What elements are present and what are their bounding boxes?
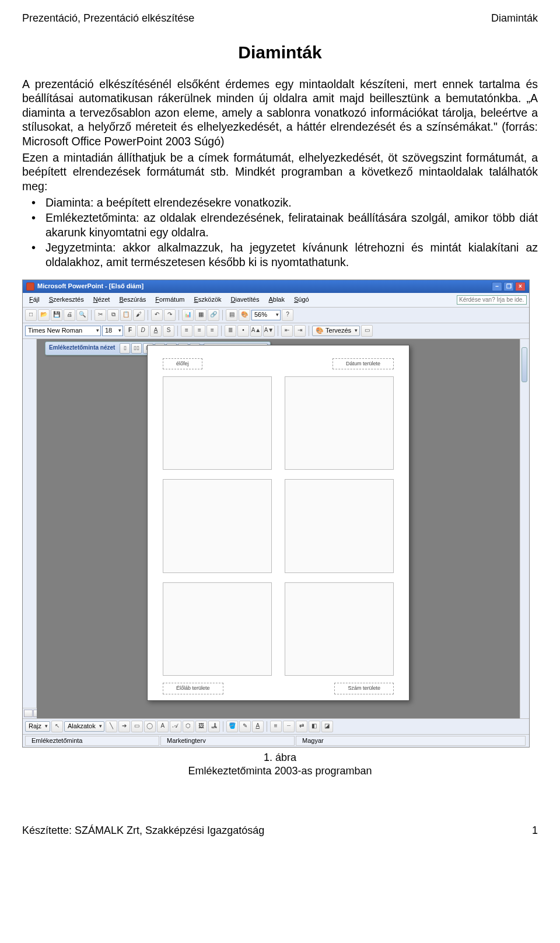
increase-indent-icon[interactable]: ⇥ [294,325,306,337]
dash-style-icon[interactable]: ┄ [283,721,295,732]
hyperlink-icon[interactable]: 🔗 [208,309,219,321]
menu-window[interactable]: Ablak [264,295,289,305]
layout-1-icon[interactable]: ▯ [120,343,130,354]
chart-icon[interactable]: 📊 [182,309,194,321]
line-icon[interactable]: ╲ [106,721,117,732]
separator [221,326,222,336]
decrease-font-icon[interactable]: A▼ [263,325,275,337]
align-right-icon[interactable]: ≡ [206,325,218,337]
list-item: Diaminta: a beépített elrendezésekre von… [22,195,538,209]
date-placeholder[interactable]: Dátum területe [332,358,394,369]
separator [91,310,92,320]
preview-icon[interactable]: 🔍 [76,309,88,321]
numbering-icon[interactable]: ≣ [225,325,236,337]
print-icon[interactable]: 🖨 [64,309,75,321]
font-size-combo[interactable]: 18 [102,326,123,336]
minimize-button[interactable]: – [492,282,502,291]
diagram-icon[interactable]: ⬡ [183,721,194,732]
slide-thumb [285,582,394,676]
table-icon[interactable]: ▦ [195,309,206,321]
new-slide-icon[interactable]: ▭ [361,325,373,337]
shadow-icon[interactable]: S [163,325,174,337]
separator [278,326,278,336]
rectangle-icon[interactable]: ▭ [131,721,143,732]
figure-caption-text: Emlékeztetőminta 2003-as programban [188,765,372,777]
zoom-combo[interactable]: 56% [251,310,281,320]
align-center-icon[interactable]: ≡ [194,325,205,337]
increase-font-icon[interactable]: A▲ [250,325,262,337]
save-icon[interactable]: 💾 [51,309,62,321]
handout-master-page[interactable]: élőfej Dátum területe Élőláb területe Sz… [147,345,410,701]
doc-header-left: Prezentáció, Prezentáció elkészítése [22,12,194,25]
color-icon[interactable]: 🎨 [239,309,250,321]
menu-help[interactable]: Súgó [290,295,313,305]
line-style-icon[interactable]: ≡ [270,721,282,732]
menu-file[interactable]: Fájl [25,295,44,305]
design-button[interactable]: 🎨 Tervezés [312,326,360,336]
italic-icon[interactable]: D [137,325,149,337]
scrollbar-thumb[interactable] [522,347,527,382]
select-icon[interactable]: ↖ [51,721,63,732]
paragraph-1: A prezentáció elkészítésénél elsőként ér… [22,77,538,148]
vertical-scrollbar[interactable] [520,339,529,718]
bold-icon[interactable]: F [124,325,136,337]
doc-footer: Készítette: SZÁMALK Zrt, Szakképzési Iga… [22,824,538,837]
design-icon: 🎨 [316,327,324,335]
page-title: Diaminták [22,41,538,64]
font-name-combo[interactable]: Times New Roman [25,326,101,336]
number-placeholder[interactable]: Szám területe [334,683,394,694]
standard-toolbar: □ 📂 💾 🖨 🔍 ✂ ⧉ 📋 🖌 ↶ ↷ 📊 ▦ 🔗 ▤ 🎨 56% ? [23,308,529,323]
show-grid-icon[interactable]: ▤ [226,309,237,321]
new-icon[interactable]: □ [25,309,37,321]
window-title: Microsoft PowerPoint - [Első diám] [37,282,144,291]
autoshapes-menu[interactable]: Alakzatok [64,721,104,732]
draw-menu[interactable]: Rajz [25,721,50,732]
font-color-icon[interactable]: A [252,721,264,732]
maximize-button[interactable]: ❐ [503,282,514,291]
textbox-icon[interactable]: A [157,721,169,732]
oval-icon[interactable]: ◯ [144,721,156,732]
align-left-icon[interactable]: ≡ [181,325,192,337]
wordart-icon[interactable]: 𝒜 [170,721,181,732]
menu-format[interactable]: Formátum [151,295,188,305]
fill-color-icon[interactable]: 🪣 [226,721,238,732]
format-painter-icon[interactable]: 🖌 [133,309,145,321]
picture-icon[interactable]: 🏞 [208,721,220,732]
3d-style-icon[interactable]: ◪ [321,721,333,732]
outline-pane[interactable] [23,339,37,718]
underline-icon[interactable]: A [150,325,162,337]
menu-tools[interactable]: Eszközök [190,295,225,305]
open-icon[interactable]: 📂 [38,309,50,321]
copy-icon[interactable]: ⧉ [107,309,119,321]
list-item: Emlékeztetőminta: az oldalak elrendezésé… [22,211,538,239]
clipart-icon[interactable]: 🖼 [195,721,207,732]
powerpoint-app-icon [26,282,34,291]
close-button[interactable]: × [515,282,526,291]
work-area: Emlékeztetőminta nézet ▯ ▯▯ ⊞ ⊞ ⊞ ⊞ ≣ Mi… [23,339,529,718]
arrow-style-icon[interactable]: ⇄ [296,721,307,732]
normal-view-icon[interactable] [24,710,33,717]
paste-icon[interactable]: 📋 [120,309,132,321]
help-icon[interactable]: ? [282,309,293,321]
redo-icon[interactable]: ↷ [164,309,176,321]
undo-icon[interactable]: ↶ [151,309,163,321]
doc-footer-left: Készítette: SZÁMALK Zrt, Szakképzési Iga… [22,824,264,837]
menu-view[interactable]: Nézet [89,295,114,305]
menu-bar: Fájl Szerkesztés Nézet Beszúrás Formátum… [23,293,529,308]
shadow-style-icon[interactable]: ◧ [309,721,320,732]
bullets-icon[interactable]: • [237,325,249,337]
menu-slideshow[interactable]: Diavetítés [227,295,264,305]
bullet-list: Diaminta: a beépített elrendezésekre von… [22,195,538,269]
line-color-icon[interactable]: ✎ [239,721,251,732]
cut-icon[interactable]: ✂ [94,309,106,321]
menu-edit[interactable]: Szerkesztés [45,295,88,305]
menu-insert[interactable]: Beszúrás [115,295,150,305]
paragraph-2: Ezen a mintadián állíthatjuk be a címek … [22,151,538,193]
footer-placeholder[interactable]: Élőláb területe [163,683,223,694]
ask-question-input[interactable] [457,295,527,305]
figure-number: 1. ábra [264,752,296,763]
layout-2-icon[interactable]: ▯▯ [131,343,142,354]
decrease-indent-icon[interactable]: ⇤ [281,325,293,337]
arrow-icon[interactable]: ➔ [118,721,130,732]
header-placeholder[interactable]: élőfej [163,358,202,369]
